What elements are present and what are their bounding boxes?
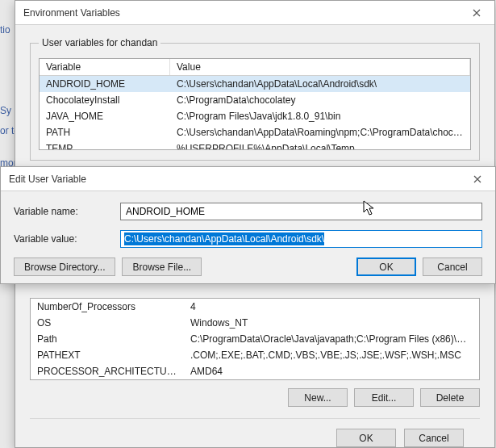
- cell-value: C:\ProgramData\Oracle\Java\javapath;C:\P…: [184, 333, 479, 345]
- cell-variable: Path: [31, 333, 184, 345]
- close-icon: [473, 175, 481, 183]
- cell-variable: PROCESSOR_ARCHITECTURE: [31, 365, 184, 378]
- dialog-buttons: OK Cancel: [30, 419, 480, 447]
- table-row[interactable]: JAVA_HOMEC:\Program Files\Java\jdk1.8.0_…: [40, 108, 470, 124]
- variable-value-label: Variable value:: [14, 233, 120, 245]
- cancel-button[interactable]: Cancel: [404, 429, 464, 447]
- variable-name-input[interactable]: [120, 203, 482, 220]
- cell-variable: JAVA_HOME: [40, 110, 170, 123]
- table-row[interactable]: TEMP%USERPROFILE%\AppData\Local\Temp: [40, 140, 470, 150]
- window-title: Environment Variables: [23, 7, 120, 19]
- col-variable[interactable]: Variable: [40, 59, 170, 75]
- cell-value: Windows_NT: [184, 316, 479, 329]
- browse-directory-button[interactable]: Browse Directory...: [14, 257, 115, 276]
- variable-value-input[interactable]: C:\Users\chandan\AppData\Local\Android\s…: [120, 230, 482, 248]
- edit-titlebar: Edit User Variable: [1, 167, 495, 191]
- table-row[interactable]: PATHEXT.COM;.EXE;.BAT;.CMD;.VBS;.VBE;.JS…: [31, 347, 479, 363]
- cell-variable: PATH: [40, 126, 170, 139]
- edit-ok-button[interactable]: OK: [356, 257, 416, 276]
- cell-value: %USERPROFILE%\AppData\Local\Temp: [170, 142, 470, 150]
- cell-value: AMD64: [184, 365, 479, 378]
- delete-button[interactable]: Delete: [420, 388, 480, 407]
- close-icon: [473, 9, 481, 17]
- variable-value-text: C:\Users\chandan\AppData\Local\Android\s…: [124, 232, 324, 245]
- new-button[interactable]: New...: [288, 388, 348, 407]
- cell-value: C:\ProgramData\chocolatey: [170, 94, 470, 107]
- cell-value: 4: [184, 300, 479, 313]
- edit-user-variable-dialog: Edit User Variable Variable name: Variab…: [0, 166, 496, 284]
- cell-variable: NumberOf_Processors: [31, 300, 184, 313]
- table-row[interactable]: OSWindows_NT: [31, 315, 479, 331]
- system-buttons-row: New... Edit... Delete: [30, 388, 480, 407]
- edit-cancel-button[interactable]: Cancel: [423, 257, 482, 276]
- cell-value: C:\Users\chandan\AppData\Roaming\npm;C:\…: [170, 126, 470, 139]
- table-row[interactable]: PROCESSOR_IDENTIFIERIntel64 Family 6 Mod…: [31, 379, 479, 380]
- browse-file-button[interactable]: Browse File...: [122, 257, 202, 276]
- user-variables-list[interactable]: Variable Value ANDROID_HOMEC:\Users\chan…: [39, 58, 471, 150]
- col-value[interactable]: Value: [170, 59, 470, 75]
- cell-variable: PATHEXT: [31, 349, 184, 362]
- table-row[interactable]: NumberOf_Processors4: [31, 299, 479, 315]
- variable-name-label: Variable name:: [14, 206, 120, 217]
- table-row[interactable]: PATHC:\Users\chandan\AppData\Roaming\npm…: [40, 124, 470, 140]
- edit-button[interactable]: Edit...: [354, 388, 414, 407]
- ok-button[interactable]: OK: [336, 429, 396, 447]
- cell-variable: ChocolateyInstall: [40, 94, 170, 107]
- user-group-legend: User variables for chandan: [39, 37, 160, 48]
- edit-window-title: Edit User Variable: [9, 174, 86, 185]
- bg-fragment: tio: [0, 24, 10, 36]
- table-row[interactable]: PathC:\ProgramData\Oracle\Java\javapath;…: [31, 331, 479, 347]
- cell-value: C:\Program Files\Java\jdk1.8.0_91\bin: [170, 110, 470, 123]
- bg-fragment: Sy: [0, 105, 11, 116]
- cell-variable: ANDROID_HOME: [40, 77, 170, 90]
- table-row[interactable]: ChocolateyInstallC:\ProgramData\chocolat…: [40, 92, 470, 108]
- system-variables-area: NumberOf_Processors4OSWindows_NTPathC:\P…: [30, 298, 480, 407]
- titlebar: Environment Variables: [15, 1, 494, 25]
- cell-variable: TEMP: [40, 142, 170, 150]
- system-variables-list[interactable]: NumberOf_Processors4OSWindows_NTPathC:\P…: [30, 298, 480, 380]
- table-row[interactable]: PROCESSOR_ARCHITECTUREAMD64: [31, 363, 479, 379]
- cell-value: C:\Users\chandan\AppData\Local\Android\s…: [170, 77, 470, 90]
- user-variables-group: User variables for chandan Variable Valu…: [30, 43, 480, 161]
- close-button[interactable]: [461, 2, 493, 24]
- edit-close-button[interactable]: [461, 168, 494, 191]
- table-row[interactable]: ANDROID_HOMEC:\Users\chandan\AppData\Loc…: [40, 76, 470, 92]
- cell-value: .COM;.EXE;.BAT;.CMD;.VBS;.VBE;.JS;.JSE;.…: [184, 349, 479, 362]
- cell-variable: OS: [31, 316, 184, 329]
- list-header: Variable Value: [40, 59, 470, 76]
